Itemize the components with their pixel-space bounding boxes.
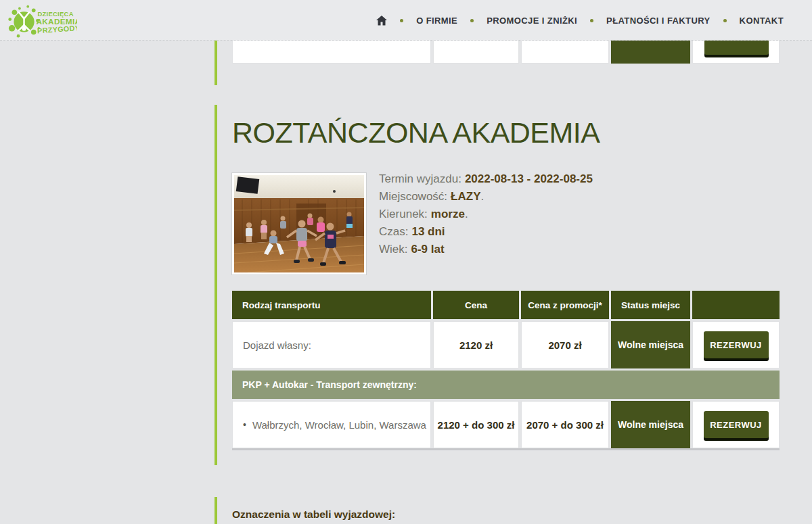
brand-logo[interactable]: DZIECIĘCA AKADEMIA PRZYGODY	[7, 3, 77, 39]
logo-splat-icon: DZIECIĘCA AKADEMIA PRZYGODY	[7, 3, 77, 38]
detail-value: morze	[431, 208, 465, 220]
column-header-cena-promocja: Cena z promocji*	[521, 291, 609, 319]
section-divider-line	[215, 497, 217, 524]
table-cell-action: REZERWUJ	[692, 401, 780, 448]
table-cell-cena-promocja: 2070 + do 300 zł	[521, 401, 609, 448]
detail-value: 6-9 lat	[411, 243, 445, 256]
detail-label: Termin wyjazdu:	[379, 172, 461, 185]
rezerwuj-button[interactable]: REZERWUJ	[704, 411, 769, 438]
detail-wiek: Wiek:6-9 lat	[379, 241, 593, 258]
logo-line-1: DZIECIĘCA	[37, 10, 73, 18]
detail-termin: Termin wyjazdu:2022-08-13 - 2022-08-25	[379, 170, 593, 188]
table-section-row: PKP + Autokar - Transport zewnętrzny:	[232, 371, 780, 399]
section-divider-line	[215, 105, 217, 465]
table-cell-transport: • Wałbrzych, Wrocław, Lubin, Warszawa	[232, 401, 431, 448]
page: ROZTAŃCZONA AKADEMIA	[0, 0, 812, 524]
nav-separator-dot	[723, 19, 727, 22]
detail-label: Wiek:	[379, 243, 408, 256]
detail-czas: Czas:13 dni	[379, 223, 593, 241]
nav-item-promocje[interactable]: PROMOCJE I ZNIŻKI	[487, 16, 577, 26]
column-header-action	[692, 291, 780, 319]
offer-photo	[231, 172, 367, 275]
detail-kierunek: Kierunek:morze.	[379, 206, 593, 223]
detail-value: ŁAZY	[451, 190, 480, 203]
top-navigation-bar: DZIECIĘCA AKADEMIA PRZYGODY O FIRMIE PRO…	[0, 0, 812, 41]
detail-label: Czas:	[379, 225, 408, 238]
dance-hall-photo	[234, 175, 364, 272]
table-cell-cena: 2120 + do 300 zł	[433, 401, 519, 448]
detail-label: Miejscowość:	[379, 190, 447, 203]
column-header-cena: Cena	[433, 291, 519, 319]
page-title: ROZTAŃCZONA AKADEMIA	[232, 116, 600, 149]
nav-separator-dot	[470, 19, 474, 22]
table-legend-heading: Oznaczenia w tabeli wyjazdowej:	[232, 508, 395, 521]
nav-item-platnosci[interactable]: PŁATNOŚCI I FAKTURY	[606, 16, 710, 26]
column-header-transport: Rodzaj transportu	[232, 291, 431, 319]
home-icon[interactable]	[376, 16, 387, 26]
detail-value: 13 dni	[411, 225, 445, 238]
nav-item-kontakt[interactable]: KONTAKT	[740, 16, 784, 26]
table-cell-cena: 2120 zł	[433, 321, 519, 368]
nav-item-o-firmie[interactable]: O FIRMIE	[416, 16, 457, 26]
table-cell-cena-promocja: 2070 zł	[521, 321, 609, 368]
column-header-status: Status miejsc	[611, 291, 690, 319]
detail-label: Kierunek:	[379, 208, 428, 220]
detail-miejscowosc: Miejscowość:ŁAZY.	[379, 188, 593, 206]
rezerwuj-button[interactable]: REZERWUJ	[704, 331, 769, 358]
home-icon-glyph	[376, 16, 387, 26]
main-navigation: O FIRMIE PROMOCJE I ZNIŻKI PŁATNOŚCI I F…	[376, 0, 784, 41]
detail-value: 2022-08-13 - 2022-08-25	[465, 172, 593, 185]
section-divider-line	[215, 41, 217, 85]
nav-separator-dot	[590, 19, 593, 22]
bullet-marker: •	[243, 419, 246, 430]
table-cell-transport: Dojazd własny:	[232, 321, 431, 368]
status-badge: Wolne miejsca	[611, 401, 690, 448]
status-badge: Wolne miejsca	[611, 321, 690, 368]
offer-details: Termin wyjazdu:2022-08-13 - 2022-08-25 M…	[379, 170, 593, 258]
pricing-table: Rodzaj transportu Cena Cena z promocji* …	[232, 291, 780, 448]
table-cell-action: REZERWUJ	[692, 321, 780, 368]
nav-separator-dot	[400, 19, 403, 22]
